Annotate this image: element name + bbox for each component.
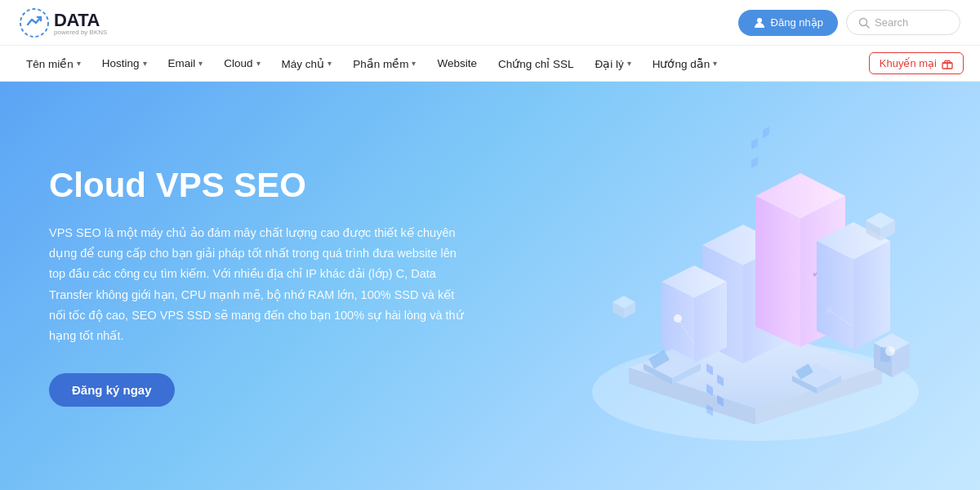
search-box[interactable]: Search [846, 10, 960, 35]
svg-rect-21 [751, 157, 758, 169]
nav-item-website[interactable]: Website [427, 52, 487, 74]
chevron-down-icon: ▾ [143, 59, 147, 68]
chevron-down-icon: ▾ [256, 59, 261, 68]
main-nav: Tên miền ▾ Hosting ▾ Email ▾ Cloud ▾ Máy… [0, 46, 980, 82]
hero-description: VPS SEO là một máy chủ ảo đám mây chất l… [49, 223, 474, 347]
nav-item-hosting[interactable]: Hosting ▾ [92, 52, 157, 74]
nav-item-phanmem[interactable]: Phần mềm ▾ [343, 52, 425, 75]
gift-icon [942, 58, 953, 69]
search-placeholder: Search [875, 16, 908, 29]
nav-item-ssl[interactable]: Chứng chỉ SSL [488, 52, 584, 75]
hero-title: Cloud VPS SEO [49, 165, 474, 206]
nav-item-maychu[interactable]: Máy chủ ▾ [272, 52, 342, 75]
hero-illustration: ✓ [523, 114, 947, 474]
cta-button[interactable]: Đăng ký ngay [49, 373, 175, 407]
svg-marker-27 [817, 241, 853, 350]
logo-text: DATA [54, 10, 100, 30]
nav-item-cloud[interactable]: Cloud ▾ [214, 52, 270, 74]
svg-marker-28 [853, 241, 890, 350]
header-actions: Đăng nhập Search [738, 10, 960, 36]
nav-item-huongdan[interactable]: Hướng dẫn ▾ [643, 52, 728, 75]
search-icon [858, 17, 870, 29]
logo-icon [20, 8, 49, 38]
svg-point-1 [757, 18, 762, 23]
chevron-down-icon: ▾ [412, 59, 416, 68]
chevron-down-icon: ▾ [327, 59, 332, 68]
hero-content: Cloud VPS SEO VPS SEO là một máy chủ ảo … [49, 165, 474, 407]
chevron-down-icon: ▾ [627, 59, 631, 68]
user-icon [753, 16, 766, 29]
svg-rect-20 [763, 127, 769, 139]
svg-point-52 [885, 346, 895, 356]
site-header: DATA powered by BKNS Đăng nhập Search [0, 0, 980, 46]
svg-line-3 [866, 24, 870, 28]
chevron-down-icon: ▾ [198, 59, 203, 68]
promo-button[interactable]: Khuyến mại [869, 52, 964, 74]
logo[interactable]: DATA powered by BKNS [20, 8, 107, 38]
svg-point-53 [642, 356, 648, 363]
logo-sub: powered by BKNS [54, 29, 107, 36]
chevron-down-icon: ▾ [713, 59, 717, 68]
chevron-down-icon: ▾ [77, 59, 81, 68]
nav-item-tenMien[interactable]: Tên miền ▾ [16, 52, 91, 75]
nav-item-email[interactable]: Email ▾ [158, 52, 213, 74]
nav-item-daily[interactable]: Đại lý ▾ [585, 52, 640, 75]
login-button[interactable]: Đăng nhập [738, 10, 838, 36]
svg-marker-23 [755, 196, 800, 347]
svg-rect-19 [751, 138, 758, 150]
hero-section: Cloud VPS SEO VPS SEO là một máy chủ ảo … [0, 82, 980, 490]
isometric-city-svg: ✓ [523, 114, 947, 474]
